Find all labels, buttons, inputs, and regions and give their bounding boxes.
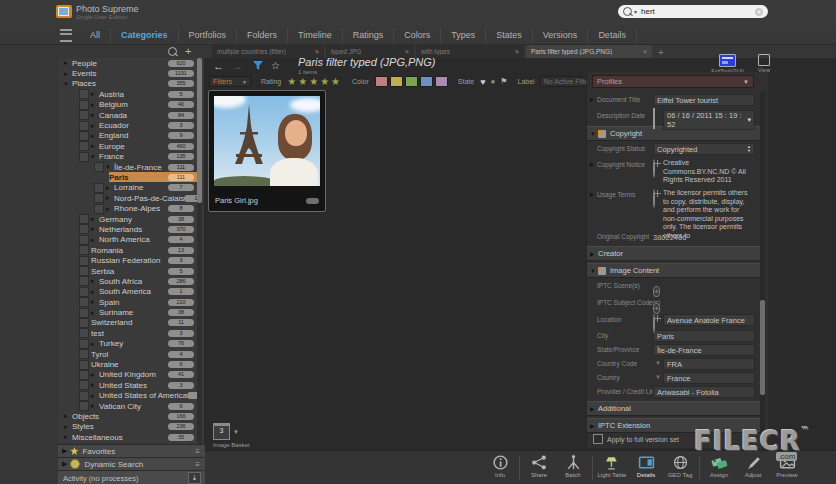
expand-arrow-icon[interactable]: ▸	[91, 288, 99, 296]
clear-search-icon[interactable]: ✕	[755, 8, 763, 16]
toolbar-button-adjust[interactable]: Adjust	[736, 453, 770, 480]
section-creator[interactable]: ▶Creator	[587, 246, 761, 261]
color-swatch-1[interactable]	[375, 76, 388, 87]
collapse-arrow-icon[interactable]: ▾	[64, 80, 72, 88]
tree-item-styles[interactable]: ▸Styles236	[58, 422, 197, 432]
menu-item-timeline[interactable]: Timeline	[288, 28, 343, 42]
tree-item-ukraine[interactable]: Ukraine6	[58, 359, 197, 369]
expand-arrow-icon[interactable]: ▶	[590, 422, 598, 429]
image-basket[interactable]: 3 ▼ Image Basket	[213, 423, 250, 448]
color-swatch-2[interactable]	[390, 76, 403, 87]
field-value[interactable]: France	[663, 372, 755, 384]
section-additional[interactable]: ▶Additional	[587, 401, 761, 416]
forward-arrow-icon[interactable]: →	[232, 60, 243, 72]
category-search-icon[interactable]	[168, 47, 177, 56]
menu-item-types[interactable]: Types	[441, 28, 486, 42]
toolbar-button-light-table[interactable]: Light Table	[595, 453, 629, 480]
toolbar-button-assign[interactable]: Assign	[702, 453, 736, 480]
field-value[interactable]: Copyrighted▲▼	[653, 143, 755, 155]
expand-arrow-icon[interactable]: ▶	[590, 405, 598, 412]
field-dropdown-icon[interactable]: ▼	[653, 372, 663, 380]
field-expand-arrow-icon[interactable]: ▶	[590, 159, 597, 167]
menu-item-details[interactable]: Details	[588, 28, 637, 42]
tree-item-united-kingdom[interactable]: ▸United Kingdom41	[58, 370, 197, 380]
menu-item-versions[interactable]: Versions	[533, 28, 589, 42]
back-arrow-icon[interactable]: ←	[213, 60, 224, 72]
tree-item-people[interactable]: ▸People620	[58, 58, 197, 68]
expand-arrow-icon[interactable]: ▸	[91, 381, 99, 389]
exiftool-button[interactable]: ExifTool(GUI)	[711, 54, 744, 74]
expand-arrow-icon[interactable]: ▸	[91, 215, 99, 223]
tab-close-icon[interactable]: ×	[311, 48, 319, 55]
expand-arrow-icon[interactable]: ▸	[106, 184, 114, 192]
tree-item-north-america[interactable]: ▸North America4	[58, 235, 197, 245]
tree-item-ecuador[interactable]: ▸Ecuador3	[58, 120, 197, 130]
collapse-activity-icon[interactable]: ⇣	[188, 472, 201, 484]
tree-item-russian-federation[interactable]: Russian Federation3	[58, 255, 197, 265]
details-scrollbar[interactable]	[760, 92, 765, 432]
panel-menu-icon[interactable]: ≡	[195, 460, 200, 469]
chevron-down-icon[interactable]: ▾	[747, 116, 751, 124]
tree-item-le-de-france[interactable]: ▾Île-de-France111	[58, 162, 197, 172]
tree-item-united-states-of-america[interactable]: ▸United States of America96	[58, 391, 197, 401]
field-value[interactable]: Paris	[653, 330, 755, 342]
search-scope-chevron-icon[interactable]: ▾	[634, 8, 637, 15]
field-dropdown-icon[interactable]: ▼	[653, 358, 663, 366]
tree-item-nord-pas-de-calais[interactable]: ▸Nord-Pas-de-Calais13	[58, 193, 197, 203]
menu-item-folders[interactable]: Folders	[237, 28, 288, 42]
tree-item-romania[interactable]: Romania13	[58, 245, 197, 255]
view-button[interactable]: View	[758, 54, 770, 74]
tree-item-rhone-alpes[interactable]: ▸Rhone-Alpes8	[58, 203, 197, 213]
toolbar-button-share[interactable]: Share	[522, 453, 556, 480]
menu-item-portfolios[interactable]: Portfolios	[179, 28, 238, 42]
tree-item-south-america[interactable]: ▸South America1	[58, 287, 197, 297]
tree-item-netherlands[interactable]: ▸Netherlands370	[58, 224, 197, 234]
tree-item-belgium[interactable]: ▸Belgium40	[58, 100, 197, 110]
profiles-dropdown[interactable]: Profiles▼	[592, 75, 754, 88]
collapse-arrow-icon[interactable]: ▼	[590, 131, 598, 137]
expand-arrow-icon[interactable]: ▶	[590, 250, 598, 257]
favorite-star-icon[interactable]: ☆	[271, 60, 280, 71]
expand-arrow-icon[interactable]: ▸	[91, 122, 99, 130]
menu-item-all[interactable]: All	[80, 28, 111, 42]
expand-arrow-icon[interactable]: ▸	[91, 101, 99, 109]
tree-item-miscellaneous[interactable]: ▸Miscellaneous35	[58, 432, 197, 442]
tree-item-germany[interactable]: ▸Germany38	[58, 214, 197, 224]
tree-item-south-africa[interactable]: ▸South Africa286	[58, 276, 197, 286]
tree-item-spain[interactable]: ▸Spain210	[58, 297, 197, 307]
circle-state-icon[interactable]: ●	[491, 77, 496, 86]
expand-arrow-icon[interactable]: ▸	[91, 236, 99, 244]
add-category-icon[interactable]: +	[185, 46, 191, 57]
dynamic-search-panel[interactable]: ▶ Dynamic Search ≡	[58, 457, 205, 470]
panel-menu-icon[interactable]: ≡	[195, 447, 200, 456]
field-expand-arrow-icon[interactable]: ▶	[590, 94, 597, 102]
tree-item-vatican-city[interactable]: ▸Vatican City6	[58, 401, 197, 411]
color-swatch-3[interactable]	[405, 76, 418, 87]
sidebar-scrollbar[interactable]	[197, 58, 202, 444]
expand-arrow-icon[interactable]: ▸	[64, 433, 72, 441]
tree-item-paris[interactable]: Paris111	[58, 172, 197, 182]
heart-state-icon[interactable]: ♥	[480, 77, 485, 87]
filter-funnel-icon[interactable]	[253, 61, 263, 71]
tree-item-lorraine[interactable]: ▸Lorraine7	[58, 183, 197, 193]
expand-arrow-icon[interactable]: ▸	[91, 392, 99, 400]
tab-paris-filter-typed-jpg-png[interactable]: Paris filter typed (JPG,PNG)×	[526, 45, 652, 58]
color-swatch-4[interactable]	[420, 76, 433, 87]
toolbar-button-info[interactable]: Info	[483, 453, 517, 480]
expand-arrow-icon[interactable]: ▸	[91, 225, 99, 233]
tree-item-turkey[interactable]: ▸Turkey76	[58, 339, 197, 349]
tree-item-europe[interactable]: ▸Europe460	[58, 141, 197, 151]
expand-arrow-icon[interactable]: ▸	[91, 402, 99, 410]
menu-item-categories[interactable]: Categories	[111, 28, 179, 42]
tree-item-england[interactable]: ▸England9	[58, 131, 197, 141]
apply-version-set-checkbox[interactable]: Apply to full version set	[593, 434, 679, 444]
expand-arrow-icon[interactable]: ▸	[64, 70, 72, 78]
tree-item-serbia[interactable]: Serbia5	[58, 266, 197, 276]
menu-item-ratings[interactable]: Ratings	[343, 28, 395, 42]
tree-item-tyrol[interactable]: Tyrol4	[58, 349, 197, 359]
expand-arrow-icon[interactable]: ▸	[64, 59, 72, 67]
activity-bar[interactable]: Activity (no processes) ⇣	[58, 470, 205, 484]
tree-item-test[interactable]: test3	[58, 328, 197, 338]
toolbar-button-details[interactable]: Details	[629, 453, 663, 480]
thumbnail-card[interactable]: Paris Girl.jpg	[208, 90, 326, 212]
